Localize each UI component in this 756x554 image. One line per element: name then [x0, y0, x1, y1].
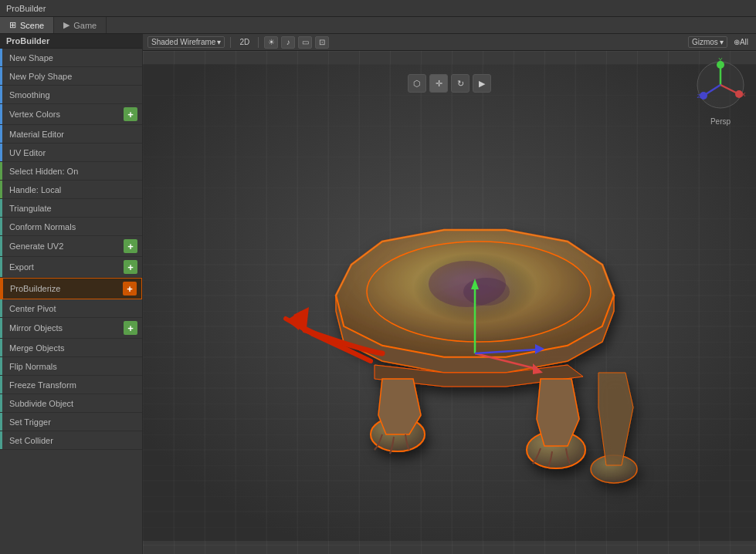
mode-icons: ⬡ ✛ ↻ ▶: [408, 74, 491, 93]
sidebar-item-label-freeze-transform: Freeze Transform: [6, 380, 137, 390]
sidebar-item-label-export: Export: [6, 262, 124, 272]
sidebar-item-uv-editor[interactable]: UV Editor: [0, 144, 142, 162]
sidebar-item-label-set-collider: Set Collider: [6, 436, 137, 445]
svg-marker-39: [378, 379, 421, 434]
game-tab-icon: ▶: [63, 20, 69, 30]
aspect-btn[interactable]: ▭: [298, 36, 312, 49]
sidebar-item-subdivide-object[interactable]: Subdivide Object: [0, 394, 142, 413]
sidebar-item-conform-normals[interactable]: Conform Normals: [0, 218, 142, 236]
sidebar-item-label-flip-normals: Flip Normals: [6, 362, 137, 371]
sidebar-item-accent-handle-local: [0, 181, 2, 198]
plus-btn-mirror-objects[interactable]: +: [124, 321, 137, 335]
sidebar-item-accent-freeze-transform: [0, 376, 2, 394]
sidebar-item-flip-normals[interactable]: Flip Normals: [0, 357, 142, 376]
sidebar-item-triangulate[interactable]: Triangulate: [0, 199, 142, 218]
svg-point-34: [463, 278, 510, 306]
main-layout: ProBuilder New ShapeNew Poly ShapeSmooth…: [0, 34, 756, 554]
game-tab-label: Game: [73, 21, 97, 30]
sidebar-item-center-pivot[interactable]: Center Pivot: [0, 299, 142, 318]
all-label: ⊕All: [734, 38, 748, 46]
sidebar-item-accent-flip-normals: [0, 357, 2, 375]
svg-text:Y: Y: [718, 57, 723, 63]
sidebar-item-material-editor[interactable]: Material Editor: [0, 125, 142, 144]
sidebar-item-new-poly-shape[interactable]: New Poly Shape: [0, 67, 142, 86]
tab-game[interactable]: ▶ Game: [54, 17, 107, 33]
plus-btn-vertex-colors[interactable]: +: [124, 107, 137, 121]
plus-btn-probuilderize[interactable]: +: [123, 282, 137, 296]
maximize-btn[interactable]: ⊡: [315, 36, 329, 49]
sidebar-item-accent-generate-uv2: [0, 236, 2, 256]
sidebar-header: ProBuilder: [0, 34, 142, 49]
top-bar: ProBuilder: [0, 0, 756, 17]
sidebar-item-handle-local[interactable]: Handle: Local: [0, 181, 142, 199]
tab-scene[interactable]: ⊞ Scene: [0, 17, 54, 33]
2d-mode-btn[interactable]: 2D: [236, 38, 253, 46]
navigation-gizmo-area: Y X Z Persp: [693, 57, 748, 126]
sidebar-item-generate-uv2[interactable]: Generate UV2+: [0, 236, 142, 257]
shading-mode-dropdown[interactable]: Shaded Wireframe ▾: [147, 36, 225, 48]
sidebar-item-label-merge-objects: Merge Objects: [6, 343, 137, 353]
gizmos-btn[interactable]: Gizmos ▾: [688, 36, 727, 48]
sidebar-item-export[interactable]: Export+: [0, 257, 142, 278]
sidebar-item-merge-objects[interactable]: Merge Objects: [0, 339, 142, 357]
sidebar-item-label-conform-normals: Conform Normals: [6, 222, 137, 231]
gizmos-arrow: ▾: [720, 38, 724, 46]
nav-gizmo-svg[interactable]: Y X Z: [693, 57, 748, 113]
viewport-toolbar: Shaded Wireframe ▾ 2D ☀ ♪ ▭ ⊡ Gizmos ▾ ⊕…: [143, 34, 756, 51]
sidebar-item-label-triangulate: Triangulate: [6, 204, 137, 213]
sidebar-item-accent-new-poly-shape: [0, 67, 2, 85]
tab-bar: ⊞ Scene ▶ Game: [0, 17, 756, 34]
app-title: ProBuilder: [0, 4, 52, 13]
2d-mode-label: 2D: [239, 38, 249, 46]
sidebar-item-freeze-transform[interactable]: Freeze Transform: [0, 376, 142, 394]
scene-svg: [143, 51, 756, 554]
svg-text:Z: Z: [697, 93, 701, 100]
sun-btn[interactable]: ☀: [264, 36, 278, 49]
scale-mode-icon[interactable]: ▶: [473, 74, 491, 93]
sidebar-item-probuilderize[interactable]: ProBuilderize+: [0, 278, 142, 299]
gizmos-label: Gizmos: [692, 38, 718, 46]
plus-btn-generate-uv2[interactable]: +: [124, 239, 137, 253]
sidebar-item-label-uv-editor: UV Editor: [6, 148, 137, 157]
audio-btn[interactable]: ♪: [281, 36, 295, 49]
sidebar-item-select-hidden[interactable]: Select Hidden: On: [0, 162, 142, 181]
plus-btn-export[interactable]: +: [124, 260, 137, 274]
sidebar-item-label-select-hidden: Select Hidden: On: [6, 167, 137, 176]
svg-point-63: [700, 92, 707, 100]
sidebar-item-vertex-colors[interactable]: Vertex Colors+: [0, 104, 142, 125]
scene-inner: [143, 51, 756, 554]
sidebar-item-accent-triangulate: [0, 199, 2, 217]
sidebar-item-accent-material-editor: [0, 125, 2, 143]
move-mode-icon[interactable]: ✛: [429, 74, 448, 93]
sidebar-item-smoothing[interactable]: Smoothing: [0, 86, 142, 104]
shading-dropdown-arrow: ▾: [217, 38, 221, 46]
sidebar-item-accent-smoothing: [0, 86, 2, 103]
sidebar-item-accent-uv-editor: [0, 144, 2, 161]
sidebar-item-accent-set-collider: [0, 431, 2, 449]
sidebar-item-set-trigger[interactable]: Set Trigger: [0, 413, 142, 431]
sidebar-item-label-subdivide-object: Subdivide Object: [6, 399, 137, 408]
select-mode-icon[interactable]: ⬡: [408, 74, 426, 93]
sidebar-item-label-probuilderize: ProBuilderize: [7, 284, 123, 293]
all-btn[interactable]: ⊕All: [731, 38, 751, 46]
sidebar-item-label-generate-uv2: Generate UV2: [6, 242, 124, 251]
persp-label[interactable]: Persp: [710, 117, 731, 126]
sidebar: ProBuilder New ShapeNew Poly ShapeSmooth…: [0, 34, 143, 554]
sidebar-item-mirror-objects[interactable]: Mirror Objects+: [0, 318, 142, 339]
rotate-mode-icon[interactable]: ↻: [451, 74, 470, 93]
sidebar-item-accent-select-hidden: [0, 162, 2, 180]
sidebar-item-label-handle-local: Handle: Local: [6, 185, 137, 194]
sidebar-item-new-shape[interactable]: New Shape: [0, 49, 142, 67]
sidebar-item-set-collider[interactable]: Set Collider: [0, 431, 142, 450]
sidebar-item-accent-set-trigger: [0, 413, 2, 431]
scene-view[interactable]: Y X Z Persp ⬡ ✛ ↻ ▶: [143, 51, 756, 554]
sidebar-item-label-set-trigger: Set Trigger: [6, 417, 137, 427]
svg-text:X: X: [741, 91, 746, 98]
sidebar-item-accent-new-shape: [0, 49, 2, 66]
toolbar-separator-1: [230, 37, 231, 48]
scene-tab-label: Scene: [20, 21, 44, 30]
sidebar-item-accent-mirror-objects: [0, 318, 2, 338]
sidebar-item-label-new-poly-shape: New Poly Shape: [6, 72, 137, 81]
sidebar-items-container: New ShapeNew Poly ShapeSmoothingVertex C…: [0, 49, 142, 450]
sidebar-item-accent-center-pivot: [0, 299, 2, 317]
